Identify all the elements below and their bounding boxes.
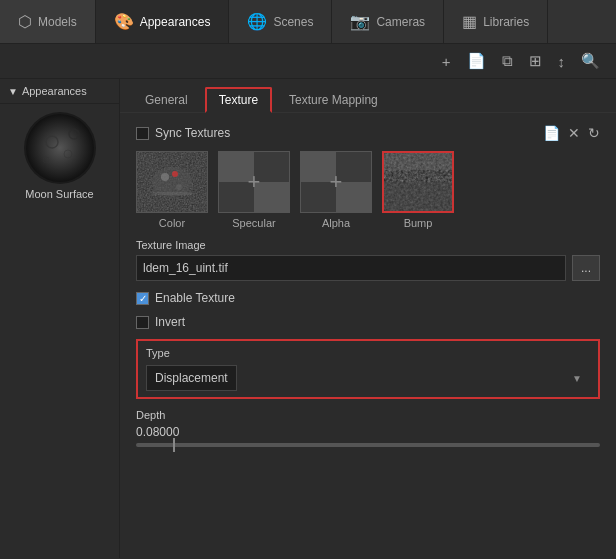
collapse-arrow-icon: ▼ [8, 86, 18, 97]
top-nav: ⬡ Models 🎨 Appearances 🌐 Scenes 📷 Camera… [0, 0, 616, 44]
sync-left: Sync Textures [136, 126, 230, 140]
sync-textures-checkbox[interactable] [136, 127, 149, 140]
nav-tab-appearances[interactable]: 🎨 Appearances [96, 0, 230, 43]
enable-texture-row: ✓ Enable Texture [136, 291, 600, 305]
svg-point-11 [172, 171, 178, 177]
appearance-label: Moon Surface [25, 188, 93, 200]
svg-rect-25 [384, 152, 452, 170]
toolbar-file-btn[interactable]: 📄 [463, 50, 490, 72]
enable-texture-label: Enable Texture [155, 291, 235, 305]
toolbar-sort-btn[interactable]: ↕ [554, 51, 570, 72]
nav-tab-cameras[interactable]: 📷 Cameras [332, 0, 444, 43]
color-label: Color [159, 217, 185, 229]
content-area: Sync Textures 📄 ✕ ↻ [120, 113, 616, 558]
toolbar: + 📄 ⧉ ⊞ ↕ 🔍 [0, 44, 616, 79]
depth-slider-row [136, 443, 600, 447]
nav-tab-scenes-label: Scenes [273, 15, 313, 29]
texture-image-input-row: ... [136, 255, 600, 281]
sync-icons: 📄 ✕ ↻ [543, 125, 600, 141]
texture-image-label: Texture Image [136, 239, 600, 251]
depth-slider[interactable] [136, 443, 600, 447]
refresh-texture-btn[interactable]: ↻ [588, 125, 600, 141]
depth-value: 0.08000 [136, 425, 600, 439]
moon-surface-svg [24, 112, 96, 184]
nav-tab-appearances-label: Appearances [140, 15, 211, 29]
scenes-icon: 🌐 [247, 12, 267, 31]
depth-section: Depth 0.08000 [136, 409, 600, 447]
nav-tab-scenes[interactable]: 🌐 Scenes [229, 0, 332, 43]
tab-texture-mapping[interactable]: Texture Mapping [276, 88, 391, 112]
texture-card-alpha[interactable]: + Alpha [300, 151, 372, 229]
color-texture-svg [137, 152, 207, 212]
checkmark-icon: ✓ [139, 293, 147, 304]
toolbar-add-btn[interactable]: + [438, 51, 455, 72]
save-texture-btn[interactable]: 📄 [543, 125, 560, 141]
texture-image-input[interactable] [136, 255, 566, 281]
toolbar-search-btn[interactable]: 🔍 [577, 50, 604, 72]
tab-texture[interactable]: Texture [205, 87, 272, 113]
depth-label: Depth [136, 409, 600, 421]
right-panel: General Texture Texture Mapping Sync Tex… [120, 79, 616, 558]
browse-button[interactable]: ... [572, 255, 600, 281]
sync-textures-row: Sync Textures 📄 ✕ ↻ [136, 125, 600, 141]
panel-header-label: Appearances [22, 85, 87, 97]
type-label: Type [146, 347, 590, 359]
type-select[interactable]: Displacement Normal Bump [146, 365, 237, 391]
appearances-icon: 🎨 [114, 12, 134, 31]
svg-rect-24 [384, 182, 452, 212]
alpha-label: Alpha [322, 217, 350, 229]
svg-point-0 [26, 114, 94, 182]
texture-card-color[interactable]: Color [136, 151, 208, 229]
type-select-wrapper: Displacement Normal Bump [146, 365, 590, 391]
bump-label: Bump [404, 217, 433, 229]
tab-general[interactable]: General [132, 88, 201, 112]
toolbar-copy-btn[interactable]: ⧉ [498, 50, 517, 72]
bump-thumb [382, 151, 454, 213]
cameras-icon: 📷 [350, 12, 370, 31]
libraries-icon: ▦ [462, 12, 477, 31]
main-layout: ▼ Appearances [0, 79, 616, 558]
color-thumb [136, 151, 208, 213]
bump-texture-svg [384, 152, 452, 212]
texture-card-specular[interactable]: + Specular [218, 151, 290, 229]
svg-point-9 [176, 184, 182, 190]
panel-header: ▼ Appearances [0, 79, 119, 104]
nav-tab-cameras-label: Cameras [376, 15, 425, 29]
texture-cards: Color + Specular [136, 151, 600, 229]
specular-label: Specular [232, 217, 275, 229]
nav-tab-models-label: Models [38, 15, 77, 29]
enable-texture-checkbox[interactable]: ✓ [136, 292, 149, 305]
left-panel: ▼ Appearances [0, 79, 120, 558]
invert-row: Invert [136, 315, 600, 329]
texture-card-bump[interactable]: Bump [382, 151, 454, 229]
tabs-bar: General Texture Texture Mapping [120, 79, 616, 113]
svg-rect-10 [152, 192, 192, 195]
specular-thumb: + [218, 151, 290, 213]
models-icon: ⬡ [18, 12, 32, 31]
appearance-thumbnail [24, 112, 96, 184]
invert-checkbox[interactable] [136, 316, 149, 329]
svg-point-8 [161, 173, 169, 181]
nav-tab-libraries-label: Libraries [483, 15, 529, 29]
nav-tab-libraries[interactable]: ▦ Libraries [444, 0, 548, 43]
invert-label: Invert [155, 315, 185, 329]
sync-textures-label: Sync Textures [155, 126, 230, 140]
texture-image-field: Texture Image ... [136, 239, 600, 281]
appearance-moon-surface[interactable]: Moon Surface [0, 104, 119, 208]
toolbar-grid-btn[interactable]: ⊞ [525, 50, 546, 72]
alpha-thumb: + [300, 151, 372, 213]
nav-tab-models[interactable]: ⬡ Models [0, 0, 96, 43]
delete-texture-btn[interactable]: ✕ [568, 125, 580, 141]
type-section: Type Displacement Normal Bump [136, 339, 600, 399]
